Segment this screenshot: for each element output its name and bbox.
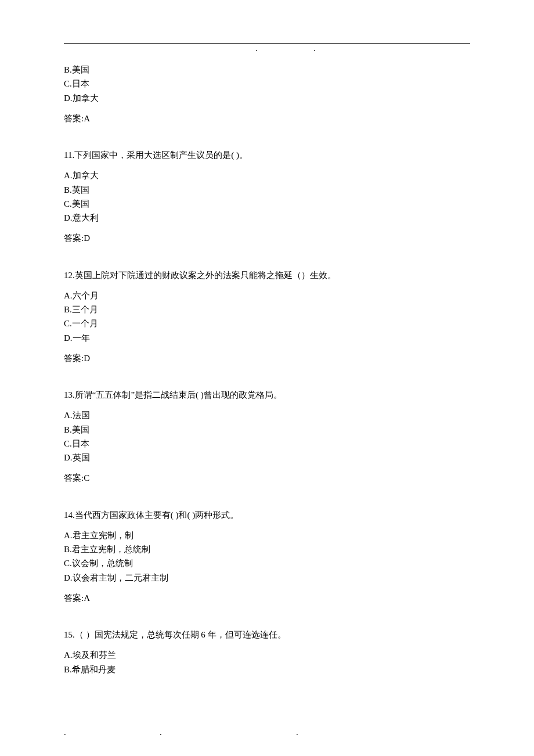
option-b: B.美国 [64,423,470,437]
q14-stem: 14.当代西方国家政体主要有( )和( )两种形式。 [64,509,470,522]
option-a: A.加拿大 [64,169,470,182]
q10-remaining-options: B.美国 C.日本 D.加拿大 [64,63,470,105]
option-b: B.三个月 [64,303,470,316]
q11-stem: 11.下列国家中，采用大选区制产生议员的是( )。 [64,149,470,162]
option-d: D.英国 [64,451,470,465]
option-a: A.法国 [64,409,470,422]
q15-options: A.埃及和芬兰 B.希腊和丹麦 [64,649,470,676]
q13-answer: 答案:C [64,471,470,485]
header-dot-right: . [313,42,316,55]
option-a: A.君主立宪制，制 [64,529,470,542]
footer-dot-2: . [160,726,162,739]
option-b: B.英国 [64,183,470,197]
q13-stem: 13.所谓“五五体制”是指二战结束后( )曾出现的政党格局。 [64,388,470,402]
option-d: D.加拿大 [64,92,470,105]
option-c: C.一个月 [64,317,470,330]
option-b: B.美国 [64,63,470,77]
option-a: A.埃及和芬兰 [64,649,470,662]
option-c: C.美国 [64,197,470,211]
q12-answer: 答案:D [64,352,470,365]
option-c: C.日本 [64,437,470,451]
q14-answer: 答案:A [64,592,470,605]
option-d: D.一年 [64,332,470,345]
q10-answer: 答案:A [64,112,470,125]
footer-dot-1: . [64,726,66,739]
q12-options: A.六个月 B.三个月 C.一个月 D.一年 [64,289,470,345]
document-page: . . B.美国 C.日本 D.加拿大 答案:A 11.下列国家中，采用大选区制… [0,0,534,756]
q12-stem: 12.英国上院对下院通过的财政议案之外的法案只能将之拖延（）生效。 [64,269,470,282]
q13-options: A.法国 B.美国 C.日本 D.英国 [64,409,470,465]
option-b: B.君主立宪制，总统制 [64,543,470,556]
q11-options: A.加拿大 B.英国 C.美国 D.意大利 [64,169,470,225]
q15-stem: 15.（ ）国宪法规定，总统每次任期 6 年，但可连选连任。 [64,628,470,642]
footer-dot-3: . [296,726,298,739]
q11-answer: 答案:D [64,232,470,245]
option-b: B.希腊和丹麦 [64,663,470,676]
header-rule [64,43,470,44]
q14-options: A.君主立宪制，制 B.君主立宪制，总统制 C.议会制，总统制 D.议会君主制，… [64,529,470,585]
option-d: D.意大利 [64,211,470,225]
option-a: A.六个月 [64,289,470,303]
header-dot-left: . [255,42,258,55]
option-c: C.议会制，总统制 [64,557,470,570]
option-c: C.日本 [64,77,470,91]
option-d: D.议会君主制，二元君主制 [64,571,470,585]
